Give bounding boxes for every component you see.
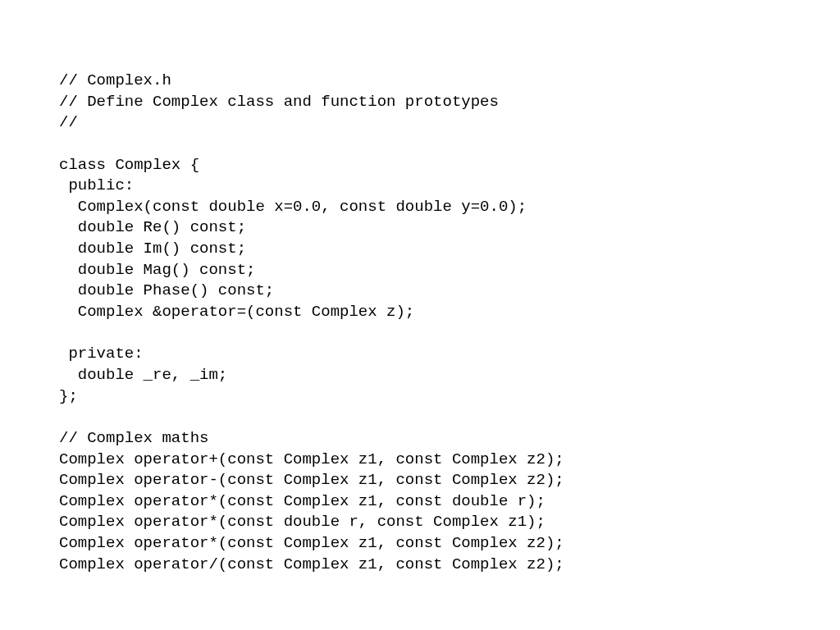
code-listing: // Complex.h // Define Complex class and… [59,71,781,575]
